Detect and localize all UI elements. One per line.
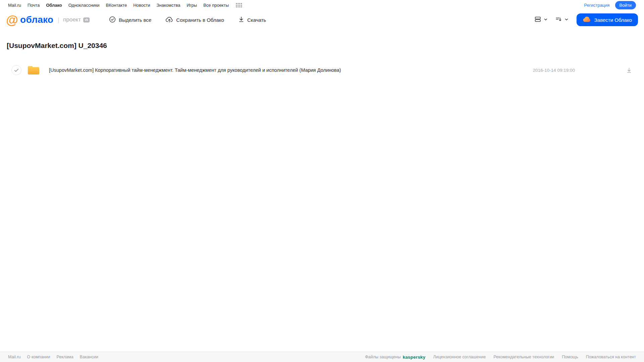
footer-recommendations[interactable]: Рекомендательные технологии — [493, 355, 554, 359]
cloud-mailru-page: Mail.ru Почта Облако Одноклассники ВКонт… — [0, 0, 644, 362]
list-view-icon — [534, 16, 541, 24]
nav-novosti[interactable]: Новости — [133, 3, 150, 8]
select-all-label: Выделить все — [119, 17, 151, 23]
cloud-logo-text: облако — [20, 14, 53, 25]
login-button[interactable]: Войти — [615, 1, 636, 9]
footer-mailru[interactable]: Mail.ru — [8, 355, 21, 359]
file-list: [UsupovMarket.com] Корпоративный тайм-ме… — [0, 62, 644, 79]
select-all-button[interactable]: Выделить все — [109, 16, 151, 24]
nav-pochta[interactable]: Почта — [28, 3, 40, 8]
cloud-icon — [583, 16, 591, 23]
vk-badge-icon: vk — [83, 17, 90, 22]
nav-igry[interactable]: Игры — [187, 3, 197, 8]
nav-all-projects[interactable]: Все проекты — [203, 3, 229, 8]
nav-znakomstva[interactable]: Знакомства — [156, 3, 180, 8]
mailru-at-icon: @ — [6, 14, 18, 26]
logo-divider: | — [58, 16, 59, 23]
download-button[interactable]: Скачать — [238, 16, 266, 23]
row-download-icon[interactable] — [626, 67, 632, 73]
footer-right-links: Файлы защищены kaspersky Лицензионное со… — [365, 355, 636, 360]
page-title: [UsupovMarket.com] U_20346 — [7, 42, 644, 50]
nav-vkontakte[interactable]: ВКонтакте — [106, 3, 127, 8]
file-row[interactable]: [UsupovMarket.com] Корпоративный тайм-ме… — [0, 62, 644, 79]
get-cloud-label: Завести Облако — [594, 17, 632, 23]
apps-grid-icon[interactable] — [236, 3, 242, 7]
download-icon — [238, 16, 244, 23]
header-right-controls: Завести Облако — [534, 13, 638, 26]
file-name[interactable]: [UsupovMarket.com] Корпоративный тайм-ме… — [49, 67, 341, 73]
footer: Mail.ru О компании Реклама Вакансии Файл… — [0, 352, 644, 362]
protected-by-label: Файлы защищены — [365, 355, 401, 359]
download-label: Скачать — [247, 17, 266, 23]
kaspersky-protection: Файлы защищены kaspersky — [365, 355, 426, 360]
footer-report-content[interactable]: Пожаловаться на контент — [586, 355, 636, 359]
nav-oblako[interactable]: Облако — [46, 3, 62, 8]
footer-ads[interactable]: Реклама — [56, 355, 73, 359]
portal-auth: Регистрация Войти — [584, 1, 636, 9]
portal-nav: Mail.ru Почта Облако Одноклассники ВКонт… — [0, 0, 644, 10]
footer-left-links: Mail.ru О компании Реклама Вакансии — [8, 355, 98, 359]
project-label: проект — [63, 16, 81, 23]
nav-mailru[interactable]: Mail.ru — [8, 3, 21, 8]
cloud-logo[interactable]: @ облако | проект vk — [6, 14, 90, 26]
save-to-cloud-button[interactable]: Сохранить в Облако — [165, 16, 224, 24]
sort-icon — [555, 16, 562, 24]
registration-link[interactable]: Регистрация — [584, 3, 610, 8]
main-content: [UsupovMarket.com] U_20346 [UsupovMarket… — [0, 30, 644, 352]
chevron-down-icon — [564, 17, 568, 23]
row-checkbox[interactable] — [11, 65, 21, 75]
footer-help[interactable]: Помощь — [562, 355, 578, 359]
footer-license[interactable]: Лицензионное соглашение — [433, 355, 486, 359]
toolbar: Выделить все Сохранить в Облако Скачать — [109, 16, 266, 24]
footer-about[interactable]: О компании — [27, 355, 50, 359]
get-cloud-button[interactable]: Завести Облако — [577, 13, 638, 26]
cloud-upload-icon — [165, 16, 173, 24]
folder-icon — [27, 65, 40, 75]
sort-selector[interactable] — [555, 16, 568, 24]
view-mode-selector[interactable] — [534, 16, 548, 24]
nav-odnoklassniki[interactable]: Одноклассники — [68, 3, 100, 8]
circle-check-icon — [109, 16, 116, 24]
portal-links: Mail.ru Почта Облако Одноклассники ВКонт… — [8, 3, 242, 8]
save-to-cloud-label: Сохранить в Облако — [176, 17, 224, 23]
kaspersky-logo[interactable]: kaspersky — [403, 355, 426, 360]
file-date: 2016-10-14 09:19:00 — [533, 68, 575, 73]
app-header: @ облако | проект vk Выделить все Сохран… — [0, 10, 644, 30]
footer-jobs[interactable]: Вакансии — [80, 355, 98, 359]
chevron-down-icon — [544, 17, 548, 23]
